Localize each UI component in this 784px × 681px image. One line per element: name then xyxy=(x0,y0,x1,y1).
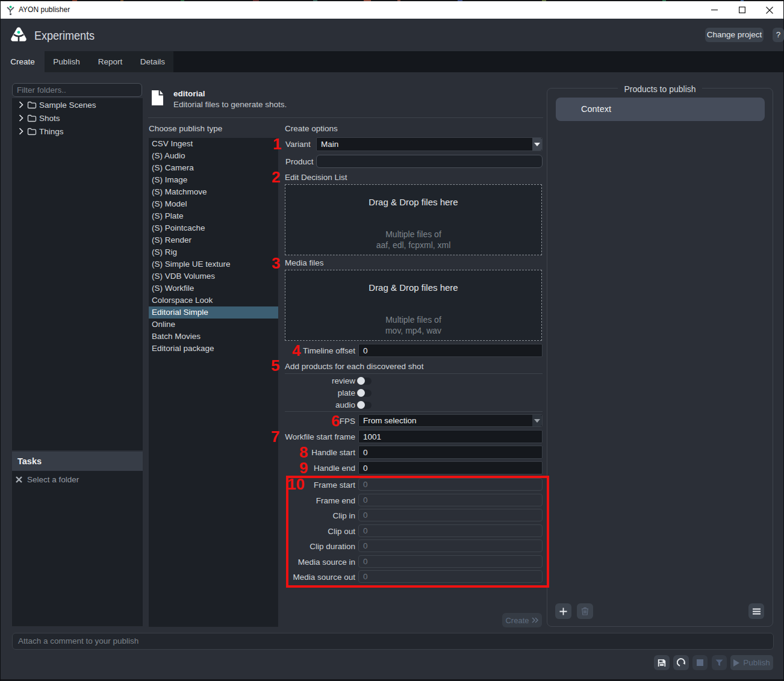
annotation-5: 5 xyxy=(271,360,279,372)
products-to-publish-group: Context xyxy=(547,88,773,627)
publish-button-label: Publish xyxy=(743,658,770,667)
tab-details[interactable]: Details xyxy=(132,51,173,72)
media-label: Media files xyxy=(285,258,324,267)
create-button[interactable]: Create xyxy=(502,613,542,627)
toggle-knob xyxy=(357,389,365,397)
creator-name: editorial xyxy=(173,89,205,98)
folder-icon xyxy=(27,114,37,122)
divider xyxy=(148,117,543,118)
tab-create[interactable]: Create xyxy=(1,51,45,72)
tree-item-label: Things xyxy=(39,127,64,136)
x-icon xyxy=(16,476,22,483)
tree-item-things[interactable]: Things xyxy=(12,125,143,138)
tab-publish[interactable]: Publish xyxy=(45,51,89,72)
tree-item-shots[interactable]: Shots xyxy=(12,111,143,125)
maximize-icon xyxy=(739,7,745,13)
type-item[interactable]: (S) Camera xyxy=(149,162,278,174)
delete-instance-button[interactable] xyxy=(577,603,593,619)
type-item[interactable]: (S) Audio xyxy=(149,150,278,162)
context-card-label: Context xyxy=(581,98,611,121)
save-button[interactable] xyxy=(654,655,670,670)
type-item[interactable]: (S) Model xyxy=(149,198,278,210)
variant-combobox[interactable]: Main xyxy=(316,137,543,151)
variant-value: Main xyxy=(321,138,338,151)
menu-button[interactable] xyxy=(748,603,764,619)
plate-toggle[interactable] xyxy=(357,389,372,397)
chevron-right-icon[interactable] xyxy=(16,128,26,135)
dropzone-formats: aaf, edl, fcpxml, xml xyxy=(285,240,541,250)
minimize-button[interactable] xyxy=(700,1,728,19)
type-item[interactable]: (S) Image xyxy=(149,174,278,186)
edl-dropzone[interactable]: Drag & Drop files here Multiple files of… xyxy=(285,184,542,255)
tasks-panel: Select a folder xyxy=(12,471,143,626)
fps-value: From selection xyxy=(363,415,417,426)
annotation-1: 1 xyxy=(273,138,281,150)
workfile-start-frame-input[interactable]: 1001 xyxy=(358,430,543,443)
annotation-9: 9 xyxy=(299,462,308,474)
type-item[interactable]: Online xyxy=(149,319,278,331)
context-card[interactable]: Context xyxy=(556,98,765,121)
type-item[interactable]: (S) Pointcache xyxy=(149,222,278,234)
save-icon xyxy=(658,659,666,667)
type-item[interactable]: (S) Workfile xyxy=(149,282,278,294)
creator-description: Editorial files to generate shots. xyxy=(173,100,287,109)
filter-folders-input[interactable]: Filter folders.. xyxy=(12,83,142,97)
divider xyxy=(285,411,543,412)
trash-icon xyxy=(581,607,589,615)
handle-start-label: Handle start xyxy=(285,448,355,457)
reset-button[interactable] xyxy=(673,655,689,670)
handle-end-input[interactable]: 0 xyxy=(358,461,543,474)
filter-button[interactable] xyxy=(712,655,727,670)
comment-input[interactable]: Attach a comment to your publish xyxy=(12,633,774,650)
type-item[interactable]: (S) Matchmove xyxy=(149,186,278,198)
type-item[interactable]: (S) Plate xyxy=(149,210,278,222)
annotation-8: 8 xyxy=(299,447,308,458)
handle-start-input[interactable]: 0 xyxy=(358,446,543,459)
refresh-icon xyxy=(677,658,686,667)
type-item[interactable]: Colorspace Look xyxy=(149,294,278,306)
tree-item-sample-scenes[interactable]: Sample Scenes xyxy=(12,98,143,111)
type-item[interactable]: Batch Movies xyxy=(149,331,278,343)
product-label: Product xyxy=(285,157,314,166)
type-item[interactable]: (S) Render xyxy=(149,234,278,246)
chevron-right-icon[interactable] xyxy=(16,101,26,108)
annotation-3: 3 xyxy=(272,258,280,269)
publish-type-list-title: Choose publish type xyxy=(149,124,222,133)
fps-label: FPS xyxy=(285,417,355,426)
type-item[interactable]: (S) Simple UE texture xyxy=(149,258,278,270)
workfile-start-frame-label: Workfile start frame xyxy=(285,432,355,441)
window-titlebar[interactable]: AYON publisher xyxy=(1,1,783,19)
maximize-button[interactable] xyxy=(728,1,756,19)
help-button[interactable]: ? xyxy=(773,28,784,42)
minimize-icon xyxy=(711,7,718,13)
close-button[interactable] xyxy=(756,1,783,19)
review-toggle[interactable] xyxy=(357,377,372,385)
hamburger-icon xyxy=(753,608,761,615)
dropzone-subtitle: Multiple files of xyxy=(285,229,541,239)
publish-button[interactable]: Publish xyxy=(730,655,773,670)
tab-report[interactable]: Report xyxy=(89,51,132,72)
annotation-rectangle xyxy=(286,476,549,588)
stop-icon xyxy=(697,659,703,666)
media-dropzone[interactable]: Drag & Drop files here Multiple files of… xyxy=(285,270,542,341)
stop-button[interactable] xyxy=(692,655,708,670)
type-item[interactable]: (S) Rig xyxy=(149,246,278,258)
timeline-offset-value: 0 xyxy=(363,344,368,356)
dropzone-formats: mov, mp4, wav xyxy=(285,326,541,335)
audio-toggle[interactable] xyxy=(357,401,372,409)
create-button-label: Create xyxy=(505,616,529,625)
type-item[interactable]: Editorial package xyxy=(149,343,278,355)
dropzone-subtitle: Multiple files of xyxy=(285,315,541,325)
main-area: Filter folders.. Sample Scenes Shots xyxy=(1,72,783,679)
type-item-selected[interactable]: Editorial Simple xyxy=(149,306,278,319)
app-window: AYON publisher Experiments Change projec… xyxy=(0,0,784,681)
type-item[interactable]: (S) VDB Volumes xyxy=(149,270,278,282)
fps-combobox[interactable]: From selection xyxy=(358,414,543,427)
product-input[interactable] xyxy=(316,155,543,168)
filter-icon xyxy=(715,659,723,667)
add-instance-button[interactable] xyxy=(555,603,571,619)
timeline-offset-input[interactable]: 0 xyxy=(358,344,543,357)
chevron-right-icon[interactable] xyxy=(16,114,26,122)
change-project-button[interactable]: Change project xyxy=(705,28,764,42)
type-item[interactable]: CSV Ingest xyxy=(149,138,278,150)
